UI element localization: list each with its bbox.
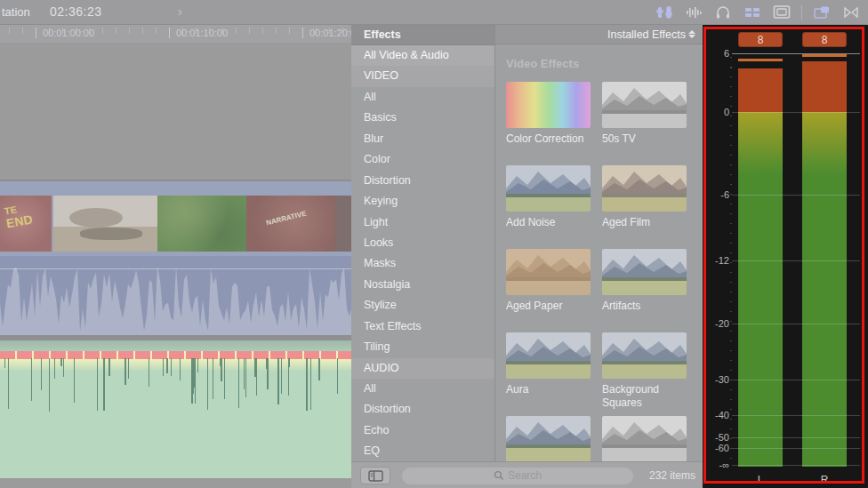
effect-item-aura[interactable]: Aura	[506, 332, 591, 409]
ruler-minor-tick	[22, 28, 23, 34]
picture-in-picture-icon[interactable]	[812, 4, 832, 20]
effects-sidebar-item-all-video-audio[interactable]: All Video & Audio	[351, 45, 494, 66]
effects-sidebar-item-light[interactable]: Light	[351, 212, 494, 233]
effects-sidebar-item-eq[interactable]: EQ	[351, 441, 494, 461]
waveform-icon[interactable]	[684, 4, 703, 20]
meter-scale-label-60: -60	[706, 442, 729, 454]
effect-item-aged-film[interactable]: Aged Film	[602, 165, 687, 242]
items-count-label: 232 items	[649, 469, 695, 482]
effect-thumbnail-blank	[506, 416, 591, 461]
effects-sidebar-item-stylize[interactable]: Stylize	[351, 295, 494, 316]
effects-sidebar-item-tiling[interactable]: Tiling	[351, 337, 494, 357]
ruler-minor-tick	[9, 28, 10, 34]
ruler-minor-tick	[116, 28, 117, 34]
video-effects-section-title: Video Effects	[506, 57, 703, 73]
effect-item-artifacts[interactable]: Artifacts	[602, 249, 687, 325]
peak-hold-line-l	[738, 59, 783, 61]
film-frame-icon[interactable]	[772, 4, 792, 20]
effects-sidebar-item-distortion[interactable]: Distortion	[351, 171, 494, 191]
effect-item-aged-paper[interactable]: Aged Paper	[506, 249, 591, 325]
audio-waveform-clip[interactable]	[0, 256, 351, 335]
effects-sidebar-item-masks[interactable]: Masks	[351, 253, 494, 274]
clip-thumbnail-the-end: TE END	[0, 196, 52, 252]
effect-item-blank[interactable]	[602, 416, 687, 461]
effect-thumbnail-add-noise	[506, 165, 591, 212]
sidebar-toggle-button[interactable]	[360, 467, 390, 484]
audio-meters-panel: 60-6-12-20-30-40-50-60-∞8L8R	[703, 25, 868, 488]
video-clip-filmstrip[interactable]: TE END NARRATIVE	[0, 180, 351, 258]
ruler-minor-tick	[102, 28, 103, 34]
ruler-minor-tick	[236, 28, 237, 34]
meter-gridline-30	[732, 380, 860, 380]
effects-footer-bar: Search 232 items	[351, 461, 703, 488]
ruler-minor-tick	[156, 28, 157, 34]
transition-icon[interactable]	[841, 4, 861, 20]
effects-sidebar-item-looks[interactable]: Looks	[351, 233, 494, 253]
audio-meter-icon[interactable]	[743, 4, 762, 20]
clip-thumbnail-green-art	[157, 196, 246, 252]
effect-label-aura: Aura	[506, 383, 591, 396]
timecode-display[interactable]: 02:36:23	[50, 4, 102, 19]
effects-sidebar-item-text-effects[interactable]: Text Effects	[351, 316, 494, 337]
effects-sidebar-item-distortion[interactable]: Distortion	[351, 399, 494, 420]
audio-fader-icon[interactable]	[655, 4, 674, 20]
effect-thumbnail-blank	[602, 416, 687, 461]
effect-thumbnail-aged-paper	[506, 249, 591, 295]
effect-item-color-correction[interactable]: Color Correction	[506, 82, 591, 158]
meter-gridline-20	[732, 324, 860, 324]
headphones-icon[interactable]	[713, 4, 733, 20]
effects-grid-scroll[interactable]: Video Effects Color Correction50s TVAdd …	[495, 44, 703, 461]
effects-browser: Effects All Video & AudioVIDEOAllBasicsB…	[351, 25, 703, 488]
effects-panel-title: Effects	[351, 25, 494, 45]
fcp-window: tation 02:36:23 ›	[0, 0, 868, 488]
ruler-timecode: 00:01:10:00	[176, 28, 228, 38]
meter-scale-label-6: -6	[706, 188, 729, 201]
audio-level-clip[interactable]	[0, 340, 351, 478]
waveform-reference-line	[0, 268, 351, 269]
effect-item-add-noise[interactable]: Add Noise	[506, 165, 591, 242]
effect-thumbnail-50s-tv	[602, 82, 687, 128]
effects-sidebar-item-video[interactable]: VIDEO	[351, 66, 494, 86]
meter-gridline-12	[732, 260, 860, 261]
effects-sidebar-item-blur[interactable]: Blur	[351, 129, 494, 149]
meter-scale-label-0: 0	[706, 106, 729, 118]
ruler-major-tick	[36, 28, 36, 38]
ruler-major-tick	[302, 28, 303, 38]
ruler-timecode: 00:01:20:00	[309, 28, 351, 38]
meter-gridline-6	[732, 53, 860, 54]
peak-value-l: 8	[738, 32, 783, 47]
effect-label-aged-film: Aged Film	[602, 216, 687, 229]
effect-label-50s-tv: 50s TV	[602, 132, 687, 146]
updown-chevrons-icon	[688, 30, 695, 38]
ruler-timecode: 00:01:00:00	[43, 28, 94, 38]
effect-item-50s-tv[interactable]: 50s TV	[602, 82, 687, 158]
installed-effects-popup[interactable]: Installed Effects	[495, 25, 703, 44]
effects-sidebar-item-basics[interactable]: Basics	[351, 108, 494, 128]
meter-scale-label-6: 6	[706, 47, 729, 60]
effect-label-background-squares: Background Squares	[602, 383, 687, 410]
effect-label-artifacts: Artifacts	[602, 300, 687, 313]
effect-item-background-squares[interactable]: Background Squares	[602, 332, 687, 409]
ruler-minor-tick	[129, 28, 130, 34]
clip-thumbnail-partial	[335, 196, 351, 252]
effect-item-blank[interactable]	[506, 416, 591, 461]
effects-sidebar-item-audio[interactable]: AUDIO	[351, 358, 494, 379]
search-input[interactable]: Search	[402, 468, 633, 484]
effects-sidebar-item-color[interactable]: Color	[351, 149, 494, 170]
timeline: TE END NARRATIVE	[0, 43, 351, 488]
effect-label-aged-paper: Aged Paper	[506, 300, 591, 313]
meter-gridline-60	[732, 448, 860, 449]
effects-sidebar-item-echo[interactable]: Echo	[351, 420, 494, 441]
effects-sidebar-item-nostalgia[interactable]: Nostalgia	[351, 275, 494, 295]
effect-label-color-correction: Color Correction	[506, 132, 591, 146]
meter-gridline-40	[732, 415, 860, 416]
meter-gridline-6	[732, 195, 860, 196]
top-toolbar: tation 02:36:23 ›	[0, 0, 868, 25]
timeline-ruler[interactable]: 00:01:00:0000:01:10:0000:01:20:00	[0, 25, 351, 44]
effect-label-add-noise: Add Noise	[506, 216, 591, 229]
meter-gridline-0	[732, 112, 860, 113]
effects-sidebar-item-keying[interactable]: Keying	[351, 191, 494, 212]
effects-sidebar-item-all[interactable]: All	[351, 87, 494, 108]
effects-sidebar-item-all[interactable]: All	[351, 379, 494, 399]
meter-bar-r	[802, 61, 847, 467]
